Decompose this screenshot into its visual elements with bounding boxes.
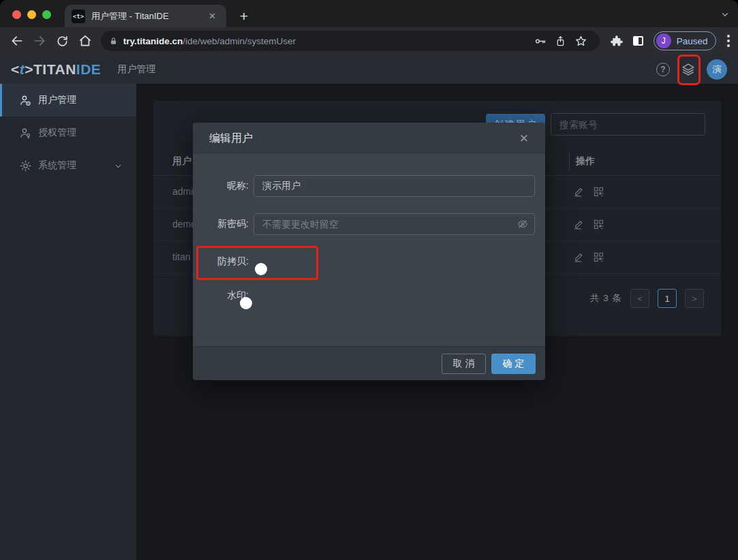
help-icon[interactable]: ? bbox=[656, 63, 670, 76]
sidebar-item-user-management[interactable]: 用户管理 bbox=[0, 84, 136, 116]
tab-favicon-icon: <t> bbox=[72, 10, 85, 23]
close-window-button[interactable] bbox=[12, 10, 21, 19]
column-header-user: 用户 bbox=[172, 155, 191, 168]
sidebar-item-authorization-management[interactable]: 授权管理 bbox=[0, 116, 136, 149]
column-header-actions: 操作 bbox=[576, 155, 595, 168]
annotation-box-layers-icon bbox=[677, 55, 701, 85]
user-gear-icon bbox=[18, 93, 32, 107]
user-avatar[interactable]: 演 bbox=[707, 59, 727, 80]
row-actions bbox=[573, 219, 604, 230]
cell-username: titan bbox=[172, 251, 190, 262]
sidebar-item-label: 授权管理 bbox=[38, 127, 76, 139]
password-label: 新密码: bbox=[193, 218, 249, 230]
side-panel-icon[interactable] bbox=[628, 30, 649, 52]
reload-button[interactable] bbox=[51, 29, 74, 52]
url-text: try.titanide.cn/ide/web/admin/systemUser bbox=[123, 36, 530, 46]
tab-title: 用户管理 - TitanIDE bbox=[91, 10, 205, 22]
address-bar[interactable]: try.titanide.cn/ide/web/admin/systemUser bbox=[101, 31, 600, 51]
url-host: try.titanide.cn bbox=[123, 36, 183, 46]
sidebar-item-system-management[interactable]: 系统管理 bbox=[0, 149, 136, 182]
extensions-puzzle-icon[interactable] bbox=[606, 30, 628, 52]
user-key-icon bbox=[18, 126, 32, 140]
pagination-total: 共 3 条 bbox=[590, 292, 622, 305]
sidebar-item-label: 系统管理 bbox=[38, 159, 76, 172]
password-key-icon[interactable] bbox=[530, 31, 551, 50]
browser-toolbar: try.titanide.cn/ide/web/admin/systemUser… bbox=[0, 27, 738, 55]
nickname-row: 昵称: bbox=[193, 175, 545, 197]
qrcode-icon[interactable] bbox=[593, 251, 604, 263]
page-title: 用户管理 bbox=[117, 63, 155, 76]
tab-strip: <t> 用户管理 - TitanIDE ✕ + bbox=[0, 0, 738, 27]
browser-tab[interactable]: <t> 用户管理 - TitanIDE ✕ bbox=[65, 5, 226, 27]
back-button[interactable] bbox=[5, 29, 28, 52]
profile-avatar: J bbox=[656, 33, 671, 48]
zoom-window-button[interactable] bbox=[42, 10, 51, 19]
forward-button[interactable] bbox=[28, 29, 50, 52]
minimize-window-button[interactable] bbox=[27, 10, 36, 19]
password-row: 新密码: bbox=[193, 213, 545, 235]
lock-icon bbox=[109, 36, 118, 46]
edit-pencil-icon[interactable] bbox=[573, 186, 585, 198]
gear-icon bbox=[18, 159, 32, 172]
pagination-prev-button[interactable]: < bbox=[630, 289, 649, 308]
pagination: 共 3 条 < 1 > bbox=[590, 289, 704, 308]
url-path: /ide/web/admin/systemUser bbox=[183, 36, 296, 46]
annotation-box-anticopy-toggle bbox=[196, 246, 318, 280]
share-icon[interactable] bbox=[551, 31, 571, 50]
confirm-button[interactable]: 确 定 bbox=[491, 354, 536, 374]
profile-paused-button[interactable]: J Paused bbox=[654, 31, 717, 50]
titanide-logo: <t>TITANIDE bbox=[11, 61, 101, 78]
app-header: <t>TITANIDE 用户管理 ? 演 bbox=[0, 55, 738, 84]
home-button[interactable] bbox=[74, 29, 96, 52]
tab-search-chevron-icon[interactable] bbox=[720, 10, 730, 19]
sidebar-item-label: 用户管理 bbox=[38, 94, 76, 106]
dialog-footer: 取 消 确 定 bbox=[193, 346, 545, 380]
cancel-button[interactable]: 取 消 bbox=[442, 354, 486, 374]
sidebar: 用户管理 授权管理 系统管理 bbox=[0, 84, 136, 560]
browser-window: <t> 用户管理 - TitanIDE ✕ + try.titanide.cn/… bbox=[0, 0, 738, 560]
row-actions bbox=[573, 186, 604, 198]
eye-off-icon[interactable] bbox=[517, 219, 528, 230]
edit-pencil-icon[interactable] bbox=[573, 251, 585, 263]
profile-status-label: Paused bbox=[677, 36, 708, 46]
dialog-title: 编辑用户 bbox=[209, 131, 253, 146]
dialog-close-icon[interactable]: ✕ bbox=[519, 131, 529, 146]
search-account-input[interactable] bbox=[551, 113, 705, 136]
traffic-lights bbox=[12, 10, 51, 19]
nickname-label: 昵称: bbox=[193, 180, 249, 192]
pagination-next-button[interactable]: > bbox=[685, 289, 704, 308]
chevron-down-icon bbox=[114, 161, 123, 170]
new-tab-button[interactable]: + bbox=[234, 7, 253, 26]
row-actions bbox=[573, 251, 604, 263]
pagination-page-1[interactable]: 1 bbox=[658, 289, 677, 308]
browser-menu-kebab-icon[interactable] bbox=[719, 30, 738, 52]
qrcode-icon[interactable] bbox=[593, 219, 604, 230]
column-divider bbox=[569, 153, 570, 171]
watermark-row: 水印: bbox=[193, 290, 545, 302]
dialog-header: 编辑用户 ✕ bbox=[193, 123, 545, 154]
edit-pencil-icon[interactable] bbox=[573, 219, 585, 230]
nickname-input[interactable] bbox=[253, 175, 535, 197]
new-password-input[interactable] bbox=[253, 213, 535, 235]
bookmark-star-icon[interactable] bbox=[571, 31, 591, 50]
tab-close-icon[interactable]: ✕ bbox=[205, 10, 219, 22]
qrcode-icon[interactable] bbox=[593, 186, 604, 198]
